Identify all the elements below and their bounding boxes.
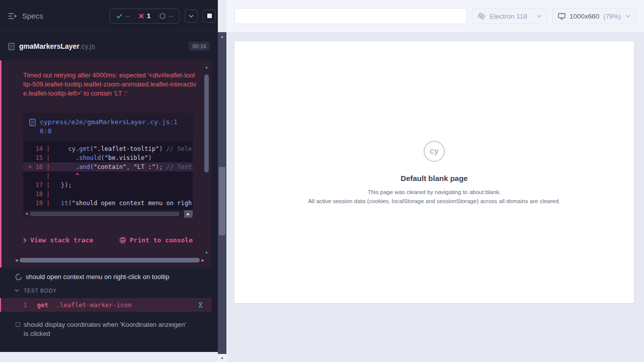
file-icon — [29, 119, 36, 126]
code-line: 19 | it("should open context menu on rig… — [23, 199, 193, 208]
scroll-down-icon[interactable]: ▼ — [218, 354, 226, 362]
spec-header-row[interactable]: gmaMarkersLayer.cy.js 00:16 — [0, 39, 218, 53]
reporter-scrollbar-thumb[interactable] — [219, 167, 225, 235]
command-method: get — [37, 301, 49, 309]
code-line: 17 | }); — [23, 180, 193, 190]
stat-pending: -- — [155, 12, 178, 20]
chevron-down-icon — [625, 15, 630, 18]
stat-passed: -- — [112, 12, 134, 20]
viewport-select[interactable]: 1000x660 (79%) — [552, 8, 636, 24]
scroll-right-icon[interactable]: ▶ — [184, 210, 193, 218]
error-vertical-scrollbar[interactable]: ▲ ▼ — [204, 65, 210, 254]
stat-failed-count: 1 — [147, 12, 150, 20]
code-line: | ^ — [23, 171, 193, 180]
runner-stage: cy Default blank page This page was clea… — [226, 32, 644, 362]
command-target: .leaflet-marker-icon — [56, 301, 132, 309]
scroll-up-icon[interactable]: ▲ — [205, 65, 208, 69]
stat-failed: 1 — [134, 12, 155, 20]
specs-label[interactable]: Specs — [22, 12, 43, 20]
code-scrollbar-thumb[interactable] — [30, 212, 179, 216]
viewport-icon — [558, 13, 566, 20]
viewport-size: 1000x660 — [570, 13, 599, 20]
chevron-down-icon — [15, 289, 19, 292]
code-lines: 14 | cy.get(".leaflet-tooltip") // Sele … — [23, 141, 193, 210]
pending-circle-icon — [159, 13, 166, 19]
print-to-console-button[interactable]: Print to console — [119, 236, 193, 244]
spec-file-icon — [8, 43, 15, 50]
test-body-section-header[interactable]: TEST BODY — [0, 288, 218, 294]
chevron-down-icon — [189, 15, 194, 18]
error-horizontal-scrollbar[interactable]: ◀ ▶ — [15, 257, 204, 263]
scroll-right-icon[interactable]: ▶ — [202, 258, 204, 262]
test-body-label: TEST BODY — [24, 288, 57, 294]
test-title: should display coordinates when 'Koordin… — [24, 320, 190, 338]
check-icon — [116, 14, 122, 19]
code-line: 18 | — [23, 190, 193, 199]
specs-menu-icon[interactable] — [8, 13, 17, 20]
print-icon — [119, 237, 126, 244]
browser-label: Electron 118 — [490, 13, 527, 20]
command-progress-badge — [196, 301, 205, 310]
error-panel: Timed out retrying after 4000ms: expecte… — [0, 60, 211, 267]
test-stats: -- 1 -- — [110, 9, 180, 24]
electron-icon — [477, 12, 486, 20]
spec-name: gmaMarkersLayer.cy.js — [19, 42, 95, 50]
blank-page-message: cy Default blank page This page was clea… — [234, 41, 634, 303]
reporter-vertical-scrollbar[interactable]: ▲ ▼ — [218, 32, 226, 362]
code-line: 15 | .should("be.visible") — [23, 153, 193, 162]
scroll-left-icon: ◀ — [25, 212, 28, 216]
code-line: 14 | cy.get(".leaflet-tooltip") // Sele — [23, 144, 193, 153]
scroll-up-icon[interactable]: ▲ — [218, 32, 226, 40]
spec-extension: .cy.js — [79, 42, 95, 50]
runner-header: Electron 118 1000x660 (79%) — [226, 0, 644, 32]
test-title: should open context menu on right-click … — [26, 273, 169, 281]
command-number: 1 — [23, 301, 27, 309]
error-message: Timed out retrying after 4000ms: expecte… — [23, 71, 196, 98]
url-input[interactable] — [234, 8, 467, 24]
hourglass-icon — [198, 302, 203, 308]
reporter-panel: Specs -- 1 -- gmaMarkersLayer.cy. — [0, 0, 218, 352]
test-item-running[interactable]: should open context menu on right-click … — [0, 273, 218, 281]
stat-pending-count: -- — [169, 12, 173, 20]
aut-iframe-page: cy Default blank page This page was clea… — [234, 41, 634, 303]
scroll-down-icon[interactable]: ▼ — [205, 251, 208, 254]
viewport-zoom: (79%) — [603, 13, 621, 20]
blank-page-line1: This page was cleared by navigating to a… — [368, 189, 501, 195]
code-horizontal-scrollbar[interactable]: ◀ ▶ — [23, 210, 193, 218]
stat-passed-count: -- — [125, 12, 130, 20]
test-item-pending[interactable]: should display coordinates when 'Koordin… — [0, 320, 218, 338]
blank-page-title: Default blank page — [400, 174, 467, 183]
cypress-logo: cy — [424, 141, 445, 162]
browser-select[interactable]: Electron 118 — [472, 8, 547, 24]
error-vscrollbar-thumb[interactable] — [204, 74, 209, 172]
chevron-down-icon — [537, 15, 542, 18]
error-actions: View stack trace Print to console — [23, 236, 193, 244]
cross-icon — [139, 14, 144, 19]
reporter-header: Specs -- 1 -- — [0, 0, 218, 32]
code-frame: cypress/e2e/gmaMarkersLayer.cy.js:16:8 1… — [23, 113, 193, 218]
command-log-row[interactable]: 1 get .leaflet-marker-icon — [0, 298, 211, 312]
stop-icon — [207, 14, 212, 18]
code-frame-file-link[interactable]: cypress/e2e/gmaMarkersLayer.cy.js:16:8 — [40, 118, 183, 136]
spec-duration-badge: 00:16 — [189, 42, 210, 51]
chevron-right-icon — [23, 238, 27, 243]
collapse-reporter-button[interactable] — [185, 10, 198, 23]
error-hscrollbar-thumb[interactable] — [20, 258, 199, 262]
code-frame-header: cypress/e2e/gmaMarkersLayer.cy.js:16:8 — [23, 113, 193, 141]
scroll-left-icon[interactable]: ◀ — [15, 258, 18, 262]
view-stack-trace-button[interactable]: View stack trace — [23, 236, 93, 244]
test-running-spinner-icon — [15, 274, 22, 281]
test-pending-icon — [16, 322, 20, 327]
stop-tests-button[interactable] — [203, 10, 216, 23]
code-line: > 16 | .and("contain", "LT :"); // Test — [23, 162, 193, 171]
blank-page-line2: All active session data (cookies, localS… — [308, 198, 560, 204]
